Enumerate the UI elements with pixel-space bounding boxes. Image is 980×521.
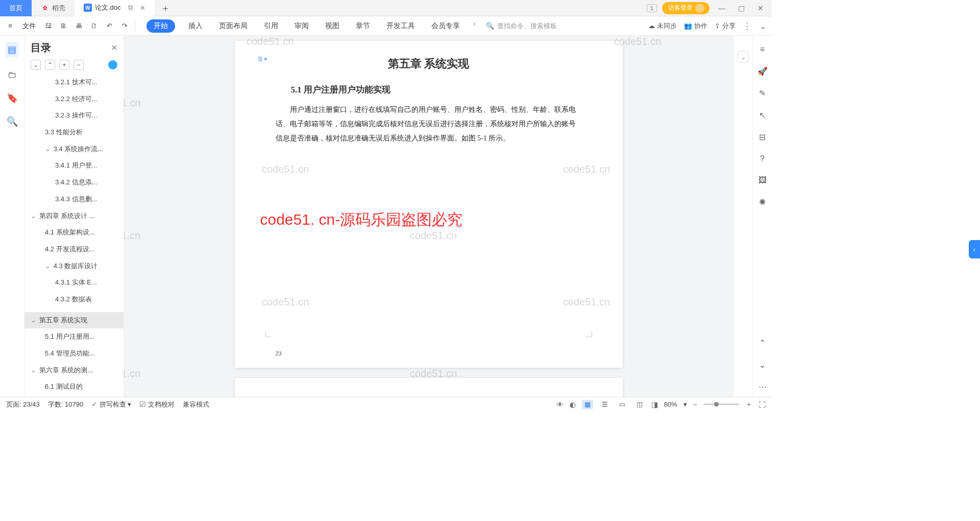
status-words[interactable]: 字数: 10790 xyxy=(48,400,83,409)
outline-item[interactable]: ⌄ 第五章 系统实现 xyxy=(24,312,124,329)
outline-item[interactable]: ⌄ 第四章 系统设计 ... xyxy=(24,208,124,225)
collaborate-button[interactable]: 👥协作 xyxy=(684,21,707,31)
outline-item[interactable]: 4.3.2 数据表 xyxy=(24,291,124,308)
tab-close-icon[interactable]: ✕ xyxy=(140,4,145,12)
tab-home[interactable]: 首页 xyxy=(0,0,32,16)
page-doc-icon[interactable]: 🗎▾ xyxy=(257,55,267,63)
view-page-icon[interactable]: ▦ xyxy=(582,400,593,409)
close-window-button[interactable]: ✕ xyxy=(753,4,768,12)
tab-document[interactable]: W 论文.doc ⧉ ✕ xyxy=(75,0,155,16)
ribbon-tab-insert[interactable]: 插入 xyxy=(185,19,206,33)
ribbon-more-icon[interactable]: › xyxy=(473,19,476,33)
outline-item[interactable]: ⌄ 3.4 系统操作流... xyxy=(24,141,124,158)
eye-icon[interactable]: 👁 xyxy=(556,400,564,409)
thumbnails-rail-icon[interactable]: 🗀 xyxy=(8,69,17,80)
status-page[interactable]: 页面: 23/43 xyxy=(6,400,40,409)
tab-add-button[interactable]: ＋ xyxy=(155,2,176,14)
outline-item[interactable] xyxy=(24,308,124,312)
zoom-in-icon[interactable]: ＋ xyxy=(745,400,752,409)
outline-add[interactable]: + xyxy=(59,60,69,70)
outline-expand-all[interactable]: ⌃ xyxy=(45,60,55,70)
search-rail-icon[interactable]: 🔍 xyxy=(7,116,18,127)
minimize-button[interactable]: — xyxy=(715,4,729,12)
ribbon-tab-section[interactable]: 章节 xyxy=(353,19,373,33)
document-area[interactable]: 🗎▾ 第五章 系统实现 5.1 用户注册用户功能实现 用户通过注册窗口，进行在线… xyxy=(124,36,733,397)
zoom-value[interactable]: 80% xyxy=(664,400,677,408)
outline-item[interactable]: 4.2 开发流程设... xyxy=(24,241,124,258)
status-compat[interactable]: 兼容模式 xyxy=(183,400,209,409)
help-icon[interactable]: ? xyxy=(760,154,765,163)
template-icon[interactable]: ✺ xyxy=(759,197,766,207)
bookmark-rail-icon[interactable]: 🔖 xyxy=(7,92,18,104)
image-tool-icon[interactable]: 🖼 xyxy=(758,176,767,185)
focus-icon[interactable]: ◐ xyxy=(570,400,576,409)
ribbon-tab-start[interactable]: 开始 xyxy=(146,19,175,33)
outline-collapse-all[interactable]: ⌄ xyxy=(31,60,41,70)
maximize-button[interactable]: ▢ xyxy=(734,4,748,12)
scroll-down-icon[interactable]: ⌄ xyxy=(759,360,766,370)
outline-item[interactable]: 3.2.1 技术可... xyxy=(24,74,124,91)
zoom-out-icon[interactable]: − xyxy=(693,400,697,409)
outline-item[interactable]: 3.4.1 用户登... xyxy=(24,157,124,174)
outline-item[interactable]: 4.3.1 实体 E... xyxy=(24,274,124,291)
outline-item[interactable]: ⌄ 4.3 数据库设计 xyxy=(24,258,124,275)
save-as-icon[interactable]: 🗎 xyxy=(58,21,68,31)
fullscreen-icon[interactable]: ⛶ xyxy=(758,400,766,409)
zoom-slider[interactable] xyxy=(703,404,739,405)
ribbon-tab-view[interactable]: 视图 xyxy=(322,19,342,33)
ribbon-tab-review[interactable]: 审阅 xyxy=(291,19,312,33)
outline-item[interactable]: 3.2.3 操作可... xyxy=(24,107,124,124)
view-read-icon[interactable]: ◫ xyxy=(634,400,645,409)
ribbon-tab-layout[interactable]: 页面布局 xyxy=(216,19,251,33)
outline-list[interactable]: 3.2.1 技术可...3.2.2 经济可...3.2.3 操作可...3.3 … xyxy=(24,74,124,397)
outline-rail-icon[interactable]: ▤ xyxy=(6,42,18,57)
menu-icon[interactable]: ≡ xyxy=(5,21,15,31)
outline-item[interactable]: 5.1 用户注册用... xyxy=(24,328,124,345)
format-brush-icon[interactable]: ≡ xyxy=(760,45,765,54)
undo-icon[interactable]: ↶ xyxy=(104,21,114,31)
sync-status[interactable]: ☁未同步 xyxy=(648,21,677,31)
status-doccheck[interactable]: ☑ 文档校对 xyxy=(139,400,175,409)
tab-docer[interactable]: ✿ 稻壳 xyxy=(32,0,75,16)
tab-count-badge[interactable]: 1 xyxy=(647,4,657,12)
ribbon-tab-reference[interactable]: 引用 xyxy=(261,19,281,33)
view-outline-icon[interactable]: ☰ xyxy=(599,400,610,409)
collapse-ribbon-icon[interactable]: ⌄ xyxy=(759,20,767,32)
outline-remove[interactable]: − xyxy=(74,60,84,70)
guest-login-button[interactable]: 访客登录 xyxy=(662,2,709,14)
collapse-right-icon[interactable]: ⌄ xyxy=(738,51,749,62)
cursor-icon[interactable]: ↖ xyxy=(759,110,766,120)
outline-item[interactable]: 3.2.2 经济可... xyxy=(24,91,124,108)
ribbon-tab-member[interactable]: 会员专享 xyxy=(428,19,463,33)
outline-close-icon[interactable]: ✕ xyxy=(111,43,117,53)
file-menu[interactable]: 文件 xyxy=(22,21,36,31)
save-icon[interactable]: 🖫 xyxy=(43,21,53,31)
settings-slider-icon[interactable]: ⊟ xyxy=(759,132,766,142)
outline-item[interactable]: ⌄ 6.2 测试方案设... xyxy=(24,395,124,397)
rocket-icon[interactable]: 🚀 xyxy=(757,66,768,76)
share-button[interactable]: ⇪分享 xyxy=(715,21,736,31)
left-rail: ▤ 🗀 🔖 🔍 xyxy=(0,36,24,397)
outline-item[interactable]: 6.1 测试目的 xyxy=(24,378,124,395)
ribbon-tab-devtools[interactable]: 开发工具 xyxy=(383,19,418,33)
outline-item[interactable]: 3.3 性能分析 xyxy=(24,124,124,141)
print-icon[interactable]: 🖶 xyxy=(74,21,84,31)
outline-item-label: 5.4 管理员功能... xyxy=(45,349,95,357)
view-web-icon[interactable]: ▭ xyxy=(617,400,628,409)
tab-duplicate-icon[interactable]: ⧉ xyxy=(128,4,133,12)
scroll-up-icon[interactable]: ⌃ xyxy=(759,338,766,348)
redo-icon[interactable]: ↷ xyxy=(119,21,130,31)
status-spellcheck[interactable]: ✓ 拼写检查 ▾ xyxy=(91,400,131,409)
outline-item[interactable]: ⌄ 第六章 系统的测... xyxy=(24,362,124,379)
outline-item[interactable]: 4.1 系统架构设... xyxy=(24,224,124,241)
command-search[interactable]: 🔍 查找命令、搜索模板 xyxy=(486,21,557,31)
print-preview-icon[interactable]: 🗋 xyxy=(89,21,99,31)
outline-item[interactable]: 3.4.3 信息删... xyxy=(24,191,124,208)
outline-item[interactable]: 3.4.2 信息添... xyxy=(24,174,124,191)
highlighter-icon[interactable]: ✎ xyxy=(759,88,766,98)
outline-item[interactable]: 5.4 管理员功能... xyxy=(24,345,124,362)
more-icon[interactable]: ⋮ xyxy=(743,20,752,32)
more-tools-icon[interactable]: ⋯ xyxy=(758,382,767,392)
outline-settings-icon[interactable] xyxy=(108,60,117,69)
ruler-icon[interactable]: ◨ xyxy=(651,400,658,409)
